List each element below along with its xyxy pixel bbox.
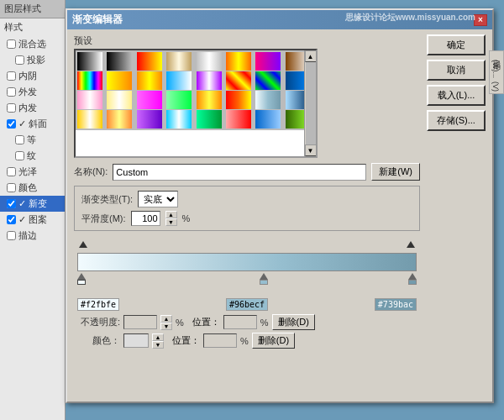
scroll-down-arrow[interactable]: ▼	[305, 144, 317, 156]
preset-cell[interactable]	[166, 91, 192, 109]
preset-cell[interactable]	[137, 91, 162, 109]
opacity-step-up[interactable]: ▲	[160, 315, 172, 323]
preset-cell[interactable]	[255, 110, 281, 129]
preset-cell[interactable]	[197, 110, 222, 129]
opacity-stop-left[interactable]	[79, 241, 87, 248]
right-edge-panel: 定 消 (W)... (V)	[489, 50, 504, 94]
color-stop-right[interactable]	[408, 273, 417, 285]
layer-item-outer-glow[interactable]: 外发	[0, 84, 65, 100]
preset-cell[interactable]	[226, 71, 251, 90]
preset-cell[interactable]	[77, 91, 102, 109]
color-row: 颜色： ▲ ▼ 位置： % 删除(D)	[74, 333, 420, 349]
color-stop-left[interactable]	[77, 273, 86, 285]
scroll-up-arrow[interactable]: ▲	[305, 50, 317, 62]
ok-button[interactable]: 确定	[427, 34, 486, 55]
preset-cell[interactable]	[107, 110, 132, 129]
preset-scrollbar: ▲ ▼	[304, 50, 316, 156]
smoothness-input[interactable]	[131, 211, 160, 226]
color-stop-tag-left: #f2fbfe	[77, 298, 119, 311]
inner-shadow-checkbox[interactable]	[7, 71, 16, 81]
type-row: 渐变类型(T): 实底	[81, 191, 412, 207]
color-swatch[interactable]	[123, 333, 149, 348]
gradient-checkbox[interactable]	[7, 199, 16, 208]
preset-cell[interactable]	[77, 71, 102, 90]
satin-checkbox[interactable]	[7, 167, 16, 176]
delete-opacity-button[interactable]: 删除(D)	[272, 314, 315, 330]
preset-cell[interactable]	[77, 110, 102, 129]
preset-cell[interactable]	[197, 52, 222, 71]
color-stepper: ▲ ▼	[152, 333, 164, 349]
layer-item-inner-shadow[interactable]: 内阴	[0, 68, 65, 84]
stroke-checkbox[interactable]	[7, 231, 16, 240]
right-edge-v: (V)	[491, 81, 501, 92]
save-button[interactable]: 存储(S)...	[427, 110, 486, 131]
percent-label: %	[182, 213, 191, 223]
inner-glow-checkbox[interactable]	[7, 103, 16, 113]
name-input[interactable]	[113, 164, 366, 181]
preset-cell[interactable]	[107, 91, 132, 109]
opacity-step-down[interactable]: ▼	[160, 323, 172, 330]
preset-cell[interactable]	[107, 52, 132, 71]
preset-cell[interactable]	[166, 52, 192, 71]
layer-item-blend[interactable]: 混合选	[0, 36, 65, 52]
shadow-checkbox[interactable]	[15, 55, 24, 65]
layer-panel-section: 样式	[0, 18, 65, 36]
dialog-title: 渐变编辑器	[72, 13, 123, 27]
preset-box[interactable]: ▲ ▼	[74, 49, 318, 158]
preset-cell[interactable]	[226, 91, 251, 109]
load-button[interactable]: 载入(L)...	[427, 85, 486, 106]
layer-item-pattern[interactable]: ✓ 图案	[0, 212, 65, 228]
preset-cell[interactable]	[137, 71, 162, 90]
preset-cell[interactable]	[77, 52, 102, 71]
texture-checkbox[interactable]	[15, 151, 24, 160]
gradient-editor-dialog: 渐变编辑器 思缘设计论坛www.missyuan.com × 预设	[66, 8, 494, 403]
opacity-stop-right[interactable]	[407, 241, 415, 248]
gradient-bar[interactable]	[77, 253, 417, 271]
step-down-button[interactable]: ▼	[165, 218, 177, 226]
layer-item-satin[interactable]: 光泽	[0, 164, 65, 180]
color-step-up[interactable]: ▲	[152, 333, 164, 341]
color-stop-mid[interactable]	[260, 273, 268, 285]
preset-cell[interactable]	[166, 110, 192, 129]
scroll-track[interactable]	[306, 62, 316, 144]
dialog-left-section: 预设	[74, 34, 420, 351]
cancel-button[interactable]: 取消	[427, 60, 486, 81]
preset-cell[interactable]	[137, 110, 162, 129]
preset-cell[interactable]	[197, 91, 222, 109]
new-button[interactable]: 新建(W)	[371, 163, 420, 181]
opacity-row: 不透明度: ▲ ▼ % 位置： % 删除(D)	[74, 314, 420, 330]
color-overlay-checkbox[interactable]	[7, 183, 16, 192]
preset-cell[interactable]	[166, 71, 192, 90]
close-button[interactable]: ×	[474, 14, 487, 26]
preset-cell[interactable]	[137, 52, 162, 71]
preset-cell[interactable]	[255, 71, 281, 90]
dialog-body: 预设	[67, 29, 492, 356]
preset-cell[interactable]	[197, 71, 222, 90]
gradient-type-select[interactable]: 实底	[138, 191, 178, 207]
position-input-2[interactable]	[203, 333, 237, 348]
layer-item-gradient[interactable]: ✓ 新变	[0, 196, 65, 212]
layer-item-contour[interactable]: 等	[0, 132, 65, 148]
bevel-checkbox[interactable]	[7, 119, 16, 129]
layer-item-stroke[interactable]: 描边	[0, 228, 65, 244]
layer-item-color-overlay[interactable]: 颜色	[0, 180, 65, 196]
preset-cell[interactable]	[255, 52, 281, 71]
preset-cell[interactable]	[226, 52, 251, 71]
pattern-checkbox[interactable]	[7, 215, 16, 224]
color-step-down[interactable]: ▼	[152, 341, 164, 349]
blend-checkbox[interactable]	[7, 39, 16, 49]
layer-item-inner-glow[interactable]: 内发	[0, 100, 65, 116]
step-up-button[interactable]: ▲	[165, 211, 177, 218]
layer-item-texture[interactable]: 纹	[0, 148, 65, 164]
outer-glow-checkbox[interactable]	[7, 87, 16, 97]
opacity-input[interactable]	[123, 315, 157, 329]
layer-item-bevel[interactable]: ✓ 斜面	[0, 116, 65, 132]
position-input-1[interactable]	[223, 315, 257, 329]
preset-cell[interactable]	[226, 110, 251, 129]
preset-grid	[76, 50, 316, 130]
layer-item-shadow[interactable]: 投影	[0, 52, 65, 68]
delete-color-button[interactable]: 删除(D)	[252, 333, 295, 349]
preset-cell[interactable]	[107, 71, 132, 90]
preset-cell[interactable]	[255, 91, 281, 109]
contour-checkbox[interactable]	[15, 135, 24, 144]
